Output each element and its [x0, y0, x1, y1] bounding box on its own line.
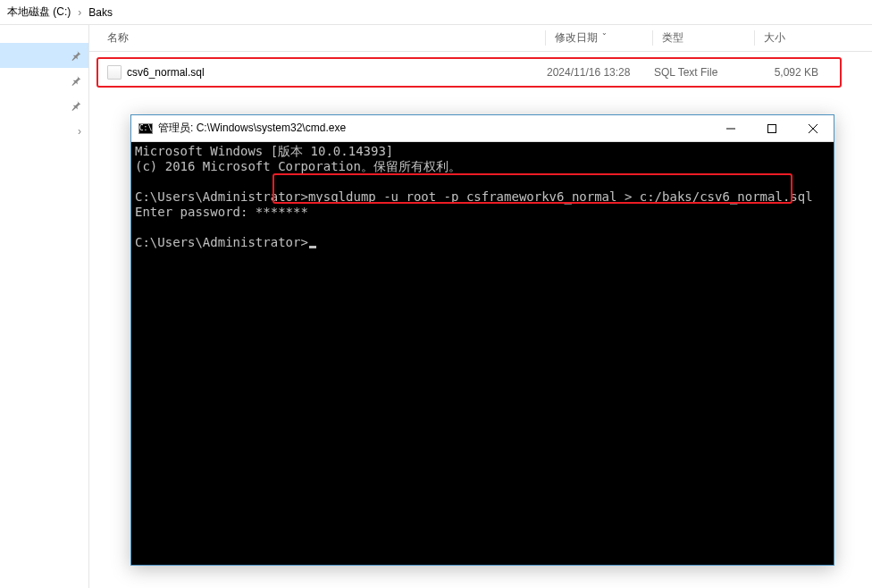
file-date: 2024/11/16 13:28	[538, 66, 645, 79]
column-header-date[interactable]: 修改日期 ⌄	[545, 30, 652, 46]
quick-access-item[interactable]	[0, 93, 88, 118]
cmd-icon: C:\	[138, 123, 153, 134]
breadcrumb[interactable]: 本地磁盘 (C:) › Baks	[0, 0, 872, 25]
cmd-titlebar[interactable]: C:\ 管理员: C:\Windows\system32\cmd.exe	[131, 115, 834, 142]
highlighted-file-row: csv6_normal.sql 2024/11/16 13:28 SQL Tex…	[96, 57, 842, 88]
cmd-title: 管理员: C:\Windows\system32\cmd.exe	[158, 121, 710, 136]
quick-access-item[interactable]	[0, 43, 88, 68]
cmd-enter-password-label: Enter password:	[135, 205, 256, 219]
cmd-body[interactable]: Microsoft Windows [版本 10.0.14393] (c) 20…	[131, 142, 834, 565]
file-list-area: 名称 修改日期 ⌄ 类型 大小 csv6_normal.sql 2024/11/…	[89, 25, 872, 588]
sidebar: ›	[0, 25, 89, 588]
cmd-command: mysqldump -u root -p csframeworkv6_norma…	[308, 189, 813, 204]
cmd-title-path: C:\Windows\system32\cmd.exe	[197, 122, 346, 134]
cmd-masked-password: *******	[256, 205, 308, 219]
breadcrumb-item-folder[interactable]: Baks	[88, 6, 113, 19]
pin-icon	[71, 50, 81, 61]
file-type: SQL Text File	[645, 66, 747, 79]
pin-icon	[71, 100, 81, 111]
cmd-line-copyright: (c) 2016 Microsoft Corporation。保留所有权利。	[135, 159, 461, 173]
column-header-date-label: 修改日期	[555, 31, 598, 44]
pin-icon	[71, 75, 81, 86]
cursor-icon	[309, 246, 316, 248]
column-header-type[interactable]: 类型	[652, 30, 754, 46]
file-icon	[107, 65, 122, 80]
cmd-line-version: Microsoft Windows [版本 10.0.14393]	[135, 144, 393, 158]
chevron-right-icon: ›	[78, 125, 81, 138]
column-headers: 名称 修改日期 ⌄ 类型 大小	[89, 25, 872, 52]
cmd-title-prefix: 管理员:	[158, 122, 197, 134]
minimize-button[interactable]	[710, 115, 751, 142]
chevron-right-icon: ›	[78, 6, 81, 19]
maximize-button[interactable]	[751, 115, 792, 142]
cmd-window[interactable]: C:\ 管理员: C:\Windows\system32\cmd.exe Mic…	[130, 114, 834, 566]
close-button[interactable]	[792, 115, 834, 142]
file-size: 5,092 KB	[747, 66, 818, 79]
quick-access-item[interactable]	[0, 68, 88, 93]
cmd-prompt: C:\Users\Administrator>	[135, 235, 308, 249]
breadcrumb-item-drive[interactable]: 本地磁盘 (C:)	[7, 4, 71, 20]
quick-access-item[interactable]: ›	[0, 118, 88, 145]
column-header-size[interactable]: 大小	[754, 30, 826, 46]
cmd-prompt: C:\Users\Administrator>	[135, 189, 308, 204]
file-name: csv6_normal.sql	[127, 66, 205, 79]
column-header-name[interactable]: 名称	[107, 30, 545, 46]
file-row[interactable]: csv6_normal.sql 2024/11/16 13:28 SQL Tex…	[98, 62, 840, 83]
sort-caret-icon: ⌄	[601, 29, 608, 37]
svg-rect-0	[768, 124, 776, 132]
